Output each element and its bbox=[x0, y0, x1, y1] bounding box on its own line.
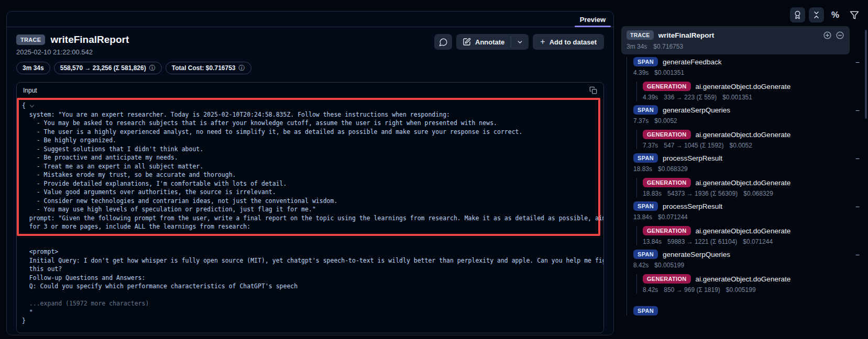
tree-item-generation[interactable]: GENERATION ai.generateObject.doGenerate … bbox=[643, 178, 868, 197]
chevron-down-icon bbox=[517, 39, 523, 46]
collapse-all-icon[interactable] bbox=[836, 31, 844, 40]
collapse-observation-button[interactable]: − bbox=[855, 202, 860, 211]
code-line: system: "You are an expert researcher. T… bbox=[22, 110, 598, 119]
scrollbar-thumb[interactable] bbox=[865, 30, 867, 119]
trace-header: TRACE writeFinalReport 2025-02-10 21:22:… bbox=[16, 34, 129, 56]
observation-duration: 4.39s bbox=[633, 69, 649, 76]
expand-all-icon[interactable] bbox=[823, 31, 832, 40]
tree-item-generation[interactable]: GENERATION ai.generateObject.doGenerate … bbox=[643, 274, 868, 293]
collapse-observation-button[interactable]: − bbox=[855, 154, 860, 163]
observation-tokens: 850 → 969 (Σ 1819) bbox=[664, 286, 720, 293]
observation-cost: $0.005199 bbox=[654, 262, 684, 269]
generation-list: GENERATION ai.generateObject.doGenerate … bbox=[636, 82, 868, 101]
observation-cost: $0.0052 bbox=[654, 117, 677, 125]
expand-toggle[interactable]: ...expand (15972 more characters) bbox=[22, 299, 603, 308]
filter-icon[interactable] bbox=[847, 7, 862, 22]
comment-icon bbox=[439, 38, 448, 47]
observation-tree: SPAN generateFeedback 4.39s $0.001351 − … bbox=[627, 57, 868, 315]
percent-glyph: % bbox=[831, 10, 839, 20]
tree-item-span[interactable]: SPAN generateSerpQueries 7.37s $0.0052 −… bbox=[633, 105, 868, 149]
add-to-dataset-button[interactable]: + Add to dataset bbox=[533, 34, 604, 50]
observation-tokens: 336 → 223 (Σ 559) bbox=[664, 94, 717, 101]
span-type-badge: SPAN bbox=[633, 57, 658, 66]
comment-button[interactable] bbox=[434, 34, 452, 50]
generation-list: GENERATION ai.generateObject.doGenerate … bbox=[636, 178, 868, 197]
trace-type-badge: TRACE bbox=[16, 35, 45, 45]
generation-list: GENERATION ai.generateObject.doGenerate … bbox=[636, 274, 868, 293]
code-line: - Be highly organized. bbox=[22, 136, 598, 145]
observation-cost: $0.071244 bbox=[743, 238, 773, 245]
annotate-dropdown-button[interactable] bbox=[511, 34, 529, 50]
code-line: - Value good arguments over authorities,… bbox=[22, 188, 598, 197]
observation-metrics: 4.39s 336 → 223 (Σ 559) $0.001351 bbox=[643, 94, 868, 101]
code-line: - Mistakes erode my trust, so be accurat… bbox=[22, 171, 598, 179]
collapse-vertical-icon[interactable] bbox=[809, 7, 824, 22]
observation-duration: 8.42s bbox=[633, 262, 649, 269]
trace-timestamp: 2025-02-10 21:22:00.542 bbox=[16, 48, 129, 56]
percent-icon[interactable]: % bbox=[828, 7, 843, 22]
annotate-button[interactable]: Annotate bbox=[456, 34, 511, 50]
tree-item-span[interactable]: SPAN processSerpResult 13.84s $0.071244 … bbox=[633, 201, 868, 245]
tree-item-span[interactable]: SPAN generateSerpQueries 8.42s $0.005199… bbox=[633, 250, 868, 293]
tab-active-indicator bbox=[575, 26, 611, 27]
code-line: - Consider new technologies and contrari… bbox=[22, 197, 598, 206]
code-line: } bbox=[22, 317, 603, 325]
award-icon[interactable] bbox=[790, 7, 805, 22]
code-line bbox=[22, 291, 603, 300]
tab-preview[interactable]: Preview bbox=[574, 12, 612, 27]
copy-button[interactable] bbox=[589, 86, 597, 94]
input-panel-title: Input bbox=[23, 87, 37, 94]
observation-metrics: 13.84s $0.071244 bbox=[633, 213, 868, 221]
code-line: - The user is a highly experienced analy… bbox=[22, 128, 598, 137]
generation-list: GENERATION ai.generateObject.doGenerate … bbox=[636, 226, 868, 245]
code-line: Q: Could you specify which performance c… bbox=[22, 282, 603, 291]
tree-item-generation[interactable]: GENERATION ai.generateObject.doGenerate … bbox=[643, 130, 868, 149]
trace-detail-card: Preview TRACE writeFinalReport 2025-02-1… bbox=[6, 11, 614, 335]
code-line: " bbox=[22, 308, 603, 317]
observation-cost: $0.0052 bbox=[730, 142, 752, 149]
generation-type-badge: GENERATION bbox=[643, 82, 691, 91]
total-cost-badge[interactable]: Total Cost: $0.716753 ⓘ bbox=[166, 62, 251, 74]
observation-metrics: 13.84s 59883 → 1221 (Σ 61104) $0.071244 bbox=[643, 238, 868, 245]
observation-tokens: 59883 → 1221 (Σ 61104) bbox=[667, 238, 737, 245]
tab-bar: Preview bbox=[7, 12, 613, 27]
observation-duration: 18.83s bbox=[643, 190, 662, 197]
edit-icon bbox=[463, 38, 471, 46]
tree-item-span[interactable]: SPAN generateFeedback 4.39s $0.001351 − … bbox=[633, 57, 868, 101]
collapse-observation-button[interactable]: − bbox=[855, 106, 860, 115]
observation-cost: $0.068329 bbox=[743, 190, 773, 197]
observation-name: processSerpResult bbox=[663, 154, 722, 162]
code-line: - Treat me as an expert in all subject m… bbox=[22, 162, 598, 171]
observation-duration: 4.39s bbox=[643, 94, 658, 101]
observation-duration: 18.83s bbox=[633, 165, 652, 173]
observation-name: generateSerpQueries bbox=[663, 251, 730, 258]
collapse-observation-button[interactable]: − bbox=[855, 251, 860, 259]
tree-item-trace[interactable]: TRACE writeFinalReport 3m 34s $0.716753 bbox=[621, 26, 850, 54]
generation-type-badge: GENERATION bbox=[643, 178, 691, 187]
code-line: { bbox=[22, 101, 598, 110]
collapse-observation-button[interactable]: − bbox=[855, 58, 860, 66]
token-usage-badge[interactable]: 558,570 → 23,256 (Σ 581,826) ⓘ bbox=[54, 62, 162, 74]
observation-name: ai.generateObject.doGenerate bbox=[696, 83, 791, 91]
observation-duration: 7.37s bbox=[643, 142, 658, 149]
info-icon: ⓘ bbox=[239, 64, 245, 73]
observation-duration: 7.37s bbox=[633, 117, 649, 125]
observation-metrics: 8.42s $0.005199 bbox=[633, 262, 868, 269]
tree-trace-metrics: 3m 34s $0.716753 bbox=[627, 43, 844, 50]
collapse-json-icon[interactable] bbox=[30, 103, 34, 107]
tree-item-span[interactable]: SPAN bbox=[633, 306, 868, 315]
generation-type-badge: GENERATION bbox=[643, 226, 691, 235]
span-type-badge: SPAN bbox=[633, 250, 658, 259]
observation-metrics: 18.83s $0.068329 bbox=[633, 165, 868, 173]
tree-trace-title: writeFinalReport bbox=[658, 31, 715, 39]
tree-item-generation[interactable]: GENERATION ai.generateObject.doGenerate … bbox=[643, 226, 868, 245]
tree-item-span[interactable]: SPAN processSerpResult 18.83s $0.068329 … bbox=[633, 153, 868, 197]
page-title: writeFinalReport bbox=[50, 34, 129, 46]
observation-metrics: 7.37s 547 → 1045 (Σ 1592) $0.0052 bbox=[643, 142, 868, 149]
observation-metrics: 8.42s 850 → 969 (Σ 1819) $0.005199 bbox=[643, 286, 868, 293]
code-line: Initial Query: I don't get how whisper i… bbox=[22, 256, 603, 265]
input-panel: Input { system: "You are an expert resea… bbox=[16, 82, 604, 333]
trace-tree-sidebar: TRACE writeFinalReport 3m 34s $0.716753 … bbox=[621, 26, 868, 339]
tree-item-generation[interactable]: GENERATION ai.generateObject.doGenerate … bbox=[643, 82, 868, 101]
span-type-badge: SPAN bbox=[633, 201, 658, 211]
